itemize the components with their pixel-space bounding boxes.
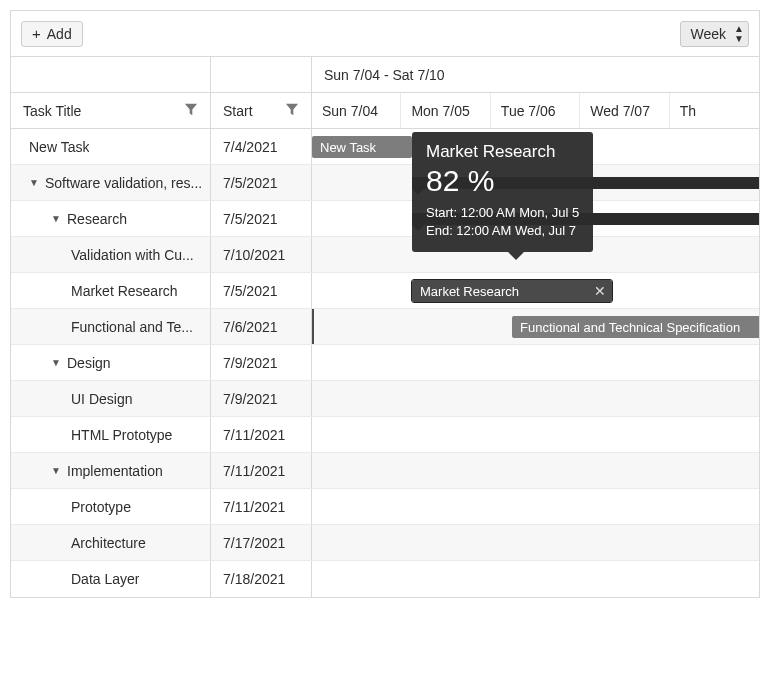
- task-start: 7/5/2021: [211, 201, 312, 236]
- filter-icon[interactable]: [184, 102, 198, 119]
- task-title: Validation with Cu...: [71, 247, 194, 263]
- column-header-start[interactable]: Start: [211, 93, 312, 128]
- task-bar-label: Functional and Technical Specification: [520, 320, 740, 335]
- tooltip-end: End: 12:00 AM Wed, Jul 7: [426, 222, 579, 240]
- task-title: HTML Prototype: [71, 427, 172, 443]
- task-bar-new-task[interactable]: New Task: [312, 136, 412, 158]
- task-title: New Task: [29, 139, 89, 155]
- task-title: Software validation, res...: [45, 175, 202, 191]
- task-title: Prototype: [71, 499, 131, 515]
- tooltip-title: Market Research: [426, 142, 579, 162]
- timeline-row[interactable]: [312, 525, 759, 561]
- task-row[interactable]: Prototype 7/11/2021: [11, 489, 312, 525]
- timeline-row[interactable]: [312, 561, 759, 597]
- task-start: 7/6/2021: [211, 309, 312, 344]
- task-row[interactable]: ▼Design 7/9/2021: [11, 345, 312, 381]
- task-start: 7/5/2021: [211, 165, 312, 200]
- timeline-row[interactable]: [312, 381, 759, 417]
- task-title: Architecture: [71, 535, 146, 551]
- task-bar-functional[interactable]: Functional and Technical Specification: [512, 316, 759, 338]
- task-bar-market-research[interactable]: Market Research ✕: [412, 280, 612, 302]
- chevron-down-icon[interactable]: ▼: [51, 465, 63, 476]
- timeline-range-label: Sun 7/04 - Sat 7/10: [324, 67, 445, 83]
- view-select[interactable]: Week ▲▼: [680, 21, 749, 47]
- task-title: Implementation: [67, 463, 163, 479]
- task-start: 7/10/2021: [211, 237, 312, 272]
- column-header-task-title-label: Task Title: [23, 103, 81, 119]
- view-select-label: Week: [691, 26, 727, 42]
- task-bar-label: New Task: [320, 140, 376, 155]
- filter-icon[interactable]: [285, 102, 299, 119]
- column-header-task-title[interactable]: Task Title: [11, 93, 211, 128]
- gantt-container: + Add Week ▲▼ Task Title: [10, 10, 760, 598]
- plus-icon: +: [32, 26, 41, 41]
- task-row[interactable]: Validation with Cu... 7/10/2021: [11, 237, 312, 273]
- add-button-label: Add: [47, 26, 72, 42]
- task-start: 7/9/2021: [211, 381, 312, 416]
- task-start: 7/11/2021: [211, 417, 312, 452]
- task-row[interactable]: ▼Software validation, res... 7/5/2021: [11, 165, 312, 201]
- task-list: New Task 7/4/2021 ▼Software validation, …: [11, 129, 312, 597]
- task-start: 7/9/2021: [211, 345, 312, 380]
- task-start: 7/18/2021: [211, 561, 312, 597]
- task-row[interactable]: ▼Research 7/5/2021: [11, 201, 312, 237]
- timeline-row[interactable]: [312, 417, 759, 453]
- chevron-down-icon[interactable]: ▼: [51, 213, 63, 224]
- timeline-range: Sun 7/04 - Sat 7/10: [312, 57, 759, 93]
- task-title: UI Design: [71, 391, 132, 407]
- task-row[interactable]: Architecture 7/17/2021: [11, 525, 312, 561]
- task-row[interactable]: UI Design 7/9/2021: [11, 381, 312, 417]
- task-title: Design: [67, 355, 111, 371]
- task-start: 7/11/2021: [211, 489, 312, 524]
- task-row[interactable]: Data Layer 7/18/2021: [11, 561, 312, 597]
- task-start: 7/11/2021: [211, 453, 312, 488]
- chevron-down-icon[interactable]: ▼: [51, 357, 63, 368]
- left-panel: Task Title Start New Task 7/4/2021: [11, 57, 312, 597]
- task-title: Functional and Te...: [71, 319, 193, 335]
- day-header: Th: [670, 93, 759, 128]
- task-tooltip: Market Research 82 % Start: 12:00 AM Mon…: [412, 132, 593, 252]
- task-start: 7/4/2021: [211, 129, 312, 164]
- day-header: Mon 7/05: [401, 93, 490, 128]
- timeline-row[interactable]: Functional and Technical Specification: [312, 309, 759, 345]
- add-button[interactable]: + Add: [21, 21, 83, 47]
- timeline-panel: Sun 7/04 - Sat 7/10 Sun 7/04 Mon 7/05 Tu…: [312, 57, 759, 597]
- task-row[interactable]: HTML Prototype 7/11/2021: [11, 417, 312, 453]
- chevron-down-icon[interactable]: ▼: [29, 177, 41, 188]
- toolbar: + Add Week ▲▼: [11, 11, 759, 57]
- task-start: 7/5/2021: [211, 273, 312, 308]
- timeline-row[interactable]: [312, 345, 759, 381]
- tooltip-start: Start: 12:00 AM Mon, Jul 5: [426, 204, 579, 222]
- task-row[interactable]: Market Research 7/5/2021: [11, 273, 312, 309]
- task-start: 7/17/2021: [211, 525, 312, 560]
- column-header-start-label: Start: [223, 103, 253, 119]
- tooltip-percent: 82 %: [426, 164, 579, 198]
- day-header: Sun 7/04: [312, 93, 401, 128]
- timeline-days-header: Sun 7/04 Mon 7/05 Tue 7/06 Wed 7/07 Th: [312, 93, 759, 129]
- day-header: Wed 7/07: [580, 93, 669, 128]
- timeline-row[interactable]: Market Research ✕: [312, 273, 759, 309]
- timeline-row[interactable]: [312, 453, 759, 489]
- day-header: Tue 7/06: [491, 93, 580, 128]
- start-tick: [312, 309, 314, 344]
- task-title: Data Layer: [71, 571, 139, 587]
- close-icon[interactable]: ✕: [592, 283, 608, 299]
- task-title: Research: [67, 211, 127, 227]
- task-row[interactable]: ▼Implementation 7/11/2021: [11, 453, 312, 489]
- task-bar-label: Market Research: [420, 284, 519, 299]
- task-row[interactable]: New Task 7/4/2021: [11, 129, 312, 165]
- task-title: Market Research: [71, 283, 178, 299]
- updown-icon: ▲▼: [734, 24, 744, 44]
- timeline-row[interactable]: [312, 489, 759, 525]
- task-row[interactable]: Functional and Te... 7/6/2021: [11, 309, 312, 345]
